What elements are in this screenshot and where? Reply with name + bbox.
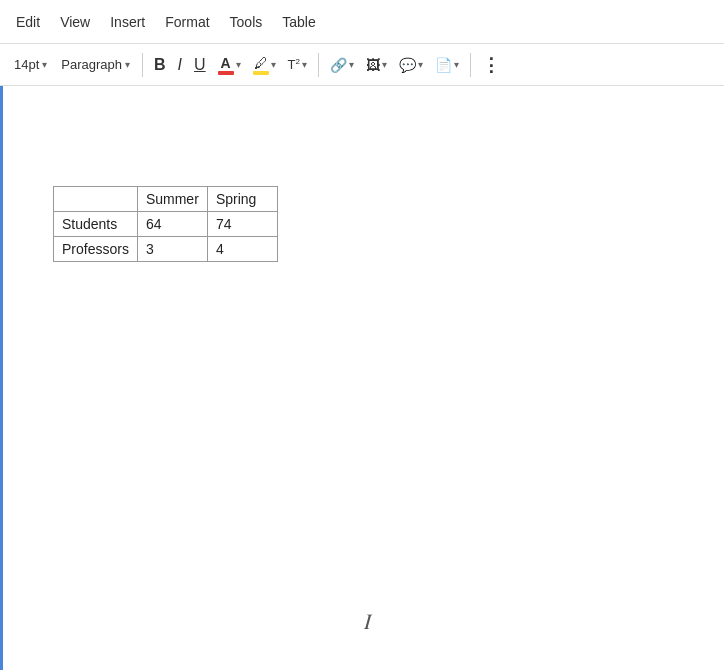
table-cell: Students	[54, 212, 138, 237]
table-cell: 64	[137, 212, 207, 237]
font-color-chevron: ▾	[236, 59, 241, 70]
menu-bar: Edit View Insert Format Tools Table	[0, 0, 724, 44]
toolbar: 14pt ▾ Paragraph ▾ B I U A ▾ 🖊 ▾ T2 ▾	[0, 44, 724, 86]
comment-button[interactable]: 💬 ▾	[394, 54, 428, 76]
superscript-icon: T2	[288, 57, 300, 72]
table-header-cell: Summer	[137, 187, 207, 212]
menu-tools[interactable]: Tools	[222, 10, 271, 34]
menu-view[interactable]: View	[52, 10, 98, 34]
style-chevron: ▾	[125, 59, 130, 70]
bold-button[interactable]: B	[149, 53, 171, 77]
divider-3	[470, 53, 471, 77]
link-button[interactable]: 🔗 ▾	[325, 54, 359, 76]
table-cell: 74	[207, 212, 277, 237]
link-chevron: ▾	[349, 59, 354, 70]
style-value: Paragraph	[61, 57, 122, 72]
font-color-button[interactable]: A ▾	[213, 52, 246, 78]
table-cell: 3	[137, 237, 207, 262]
more-options-icon: ⋮	[482, 54, 501, 76]
superscript-button[interactable]: T2 ▾	[283, 54, 312, 75]
document-area: SummerSpringStudents6474Professors34 𝐼	[0, 86, 724, 670]
divider-1	[142, 53, 143, 77]
font-size-value: 14pt	[14, 57, 39, 72]
divider-2	[318, 53, 319, 77]
link-icon: 🔗	[330, 57, 347, 73]
menu-table[interactable]: Table	[274, 10, 323, 34]
highlight-color-indicator: 🖊	[253, 55, 269, 75]
menu-insert[interactable]: Insert	[102, 10, 153, 34]
template-button[interactable]: 📄 ▾	[430, 54, 464, 76]
comment-chevron: ▾	[418, 59, 423, 70]
table-header-cell	[54, 187, 138, 212]
font-color-indicator: A	[218, 55, 234, 75]
table-cell: 4	[207, 237, 277, 262]
underline-button[interactable]: U	[189, 53, 211, 77]
highlight-color-button[interactable]: 🖊 ▾	[248, 52, 281, 78]
menu-format[interactable]: Format	[157, 10, 217, 34]
style-dropdown[interactable]: Paragraph ▾	[55, 54, 136, 75]
highlight-chevron: ▾	[271, 59, 276, 70]
table-row: Professors34	[54, 237, 278, 262]
text-cursor: 𝐼	[364, 609, 371, 635]
table-row: Students6474	[54, 212, 278, 237]
image-button[interactable]: 🖼 ▾	[361, 54, 392, 76]
menu-edit[interactable]: Edit	[8, 10, 48, 34]
italic-button[interactable]: I	[173, 53, 187, 77]
more-options-button[interactable]: ⋮	[477, 51, 506, 79]
image-icon: 🖼	[366, 57, 380, 73]
data-table: SummerSpringStudents6474Professors34	[53, 186, 278, 262]
comment-icon: 💬	[399, 57, 416, 73]
superscript-chevron: ▾	[302, 59, 307, 70]
image-chevron: ▾	[382, 59, 387, 70]
font-size-dropdown[interactable]: 14pt ▾	[8, 54, 53, 75]
template-icon: 📄	[435, 57, 452, 73]
page: SummerSpringStudents6474Professors34 𝐼	[0, 86, 724, 670]
template-chevron: ▾	[454, 59, 459, 70]
font-size-chevron: ▾	[42, 59, 47, 70]
table-cell: Professors	[54, 237, 138, 262]
table-header-cell: Spring	[207, 187, 277, 212]
